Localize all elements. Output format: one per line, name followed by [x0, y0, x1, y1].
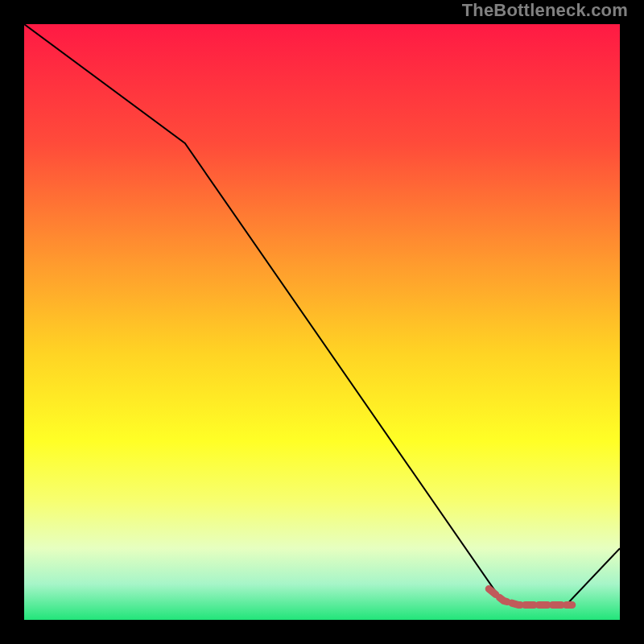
- chart-frame: TheBottleneck.com: [0, 0, 644, 644]
- gradient-background: [24, 24, 620, 620]
- plot-area: [24, 24, 620, 620]
- chart-svg: [24, 24, 620, 620]
- attribution-text: TheBottleneck.com: [462, 0, 628, 21]
